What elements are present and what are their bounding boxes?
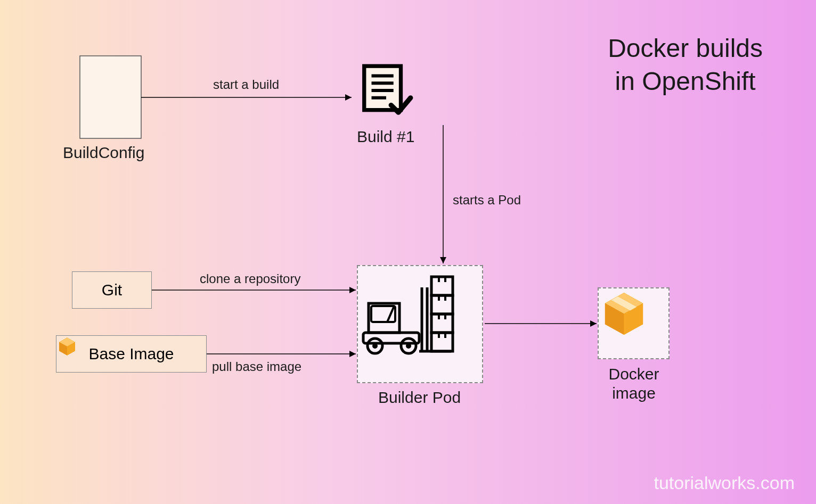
svg-marker-2 [349,287,356,293]
build-label: Build #1 [357,128,414,146]
svg-marker-0 [345,94,352,101]
edge-start-build-label: start a build [213,77,279,92]
docker-image-node [598,287,670,359]
svg-point-17 [406,343,411,349]
builder-pod-node [357,265,483,383]
forklift-icon [358,266,464,357]
diagram-canvas: Docker builds in OpenShift BuildConfig B… [0,0,816,504]
edge-pull-base-label: pull base image [212,359,301,374]
svg-rect-30 [431,333,453,351]
base-image-node: Base Image [56,335,207,373]
svg-rect-5 [364,66,401,110]
svg-marker-1 [440,257,446,263]
svg-point-15 [372,343,378,349]
watermark: tutorialworks.com [654,473,795,493]
docker-image-label: Docker image [597,365,671,403]
edge-starts-pod-label: starts a Pod [453,193,521,208]
svg-rect-24 [431,295,453,314]
svg-marker-4 [590,320,597,327]
base-image-label: Base Image [88,345,174,363]
svg-line-12 [387,306,394,322]
edge-clone-repo-label: clone a repository [200,271,300,286]
buildconfig-label: BuildConfig [63,144,144,162]
builder-pod-label: Builder Pod [378,389,461,407]
document-check-icon [357,61,415,120]
buildconfig-icon [80,56,141,138]
package-icon [599,288,649,339]
svg-rect-21 [431,277,453,295]
git-label: Git [102,281,122,299]
git-node: Git [72,271,152,309]
package-icon [56,336,78,357]
svg-marker-3 [349,351,356,357]
svg-rect-27 [431,314,453,333]
